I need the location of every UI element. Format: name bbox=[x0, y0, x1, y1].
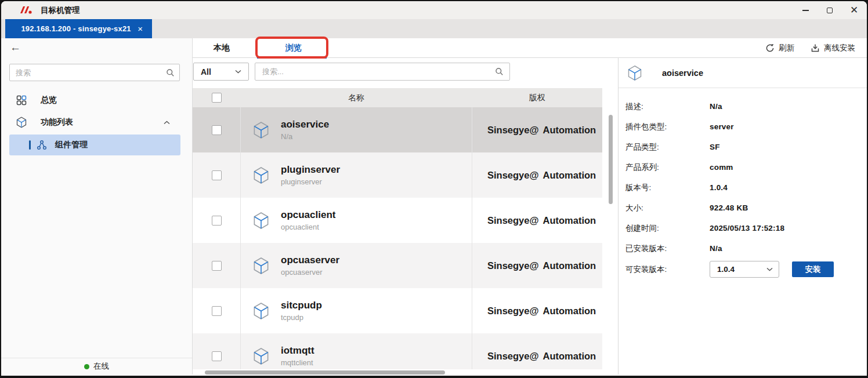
field-value: SF bbox=[710, 143, 720, 151]
field-value: server bbox=[710, 122, 734, 131]
sidebar-item-label: 功能列表 bbox=[41, 117, 73, 128]
package-name: sitcpudp bbox=[281, 300, 322, 311]
function-list-cube-icon bbox=[16, 117, 27, 128]
package-icon bbox=[253, 347, 269, 365]
package-icon bbox=[253, 302, 269, 320]
row-checkbox[interactable] bbox=[212, 216, 222, 226]
refresh-label: 刷新 bbox=[779, 43, 794, 53]
sidebar-item-component-management[interactable]: 组件管理 bbox=[9, 135, 180, 155]
installable-version-label: 可安装版本: bbox=[625, 264, 710, 275]
field-label: 描述: bbox=[625, 101, 710, 112]
package-icon bbox=[253, 121, 269, 139]
close-button[interactable]: ✕ bbox=[849, 6, 859, 15]
row-checkbox[interactable] bbox=[212, 351, 222, 361]
install-row: 可安装版本: 1.0.4 安装 bbox=[619, 261, 867, 278]
field-label: 产品类型: bbox=[625, 142, 710, 152]
details-fields: 描述: N/a 插件包类型: server 产品类型: SF 产品系列: com… bbox=[619, 88, 867, 259]
table-row[interactable]: pluginserver pluginserver Sinsegye@ Auto… bbox=[193, 152, 602, 198]
sidebar-item-overview[interactable]: 总览 bbox=[1, 89, 192, 111]
package-subtitle: N/a bbox=[281, 132, 329, 141]
field-value: comm bbox=[710, 163, 733, 172]
minimize-button[interactable] bbox=[801, 6, 810, 15]
filter-dropdown[interactable]: All bbox=[193, 63, 249, 81]
details-field: 描述: N/a bbox=[625, 96, 867, 117]
table-row[interactable]: sitcpudp tcpudp Sinsegye@ Automation bbox=[193, 288, 602, 333]
details-field: 创建时间: 2025/05/13 17:52:18 bbox=[625, 218, 867, 238]
install-button[interactable]: 安装 bbox=[792, 261, 834, 277]
download-icon bbox=[811, 43, 820, 53]
package-icon bbox=[253, 257, 269, 275]
sidebar-item-function-list[interactable]: 功能列表 bbox=[1, 111, 192, 133]
package-name: aoiservice bbox=[281, 119, 329, 130]
main-tab-bar: 本地 浏览 刷新 bbox=[193, 38, 867, 58]
version-selected-value: 1.0.4 bbox=[717, 265, 735, 274]
details-field: 版本号: 1.0.4 bbox=[625, 177, 867, 198]
table-body: aoiservice N/a Sinsegye@ Automation plug… bbox=[193, 107, 602, 369]
details-field: 已安装版本: N/a bbox=[625, 238, 867, 259]
vertical-scrollbar[interactable] bbox=[609, 115, 613, 204]
field-label: 大小: bbox=[625, 203, 710, 213]
package-subtitle: opcuaclient bbox=[281, 223, 335, 231]
back-arrow-icon[interactable]: ← bbox=[10, 41, 21, 54]
table-row[interactable]: aoiservice N/a Sinsegye@ Automation bbox=[193, 107, 602, 152]
tab-local[interactable]: 本地 bbox=[193, 38, 251, 57]
package-copyright: Sinsegye@ Automation bbox=[472, 306, 602, 317]
package-subtitle: opcuaserver bbox=[281, 268, 339, 277]
table-row[interactable]: opcuaclient opcuaclient Sinsegye@ Automa… bbox=[193, 198, 602, 243]
select-all-checkbox[interactable] bbox=[212, 93, 222, 103]
details-field: 大小: 922.48 KB bbox=[625, 198, 867, 218]
details-pane: aoiservice 描述: N/a 插件包类型: server 产品类型: S… bbox=[619, 58, 867, 375]
connection-tab[interactable]: 192.168.1.200 - sinsegye-sx21 × bbox=[5, 19, 152, 38]
version-dropdown[interactable]: 1.0.4 bbox=[710, 261, 779, 278]
field-value: 2025/05/13 17:52:18 bbox=[710, 224, 784, 232]
search-icon bbox=[166, 68, 175, 77]
tab-label: 本地 bbox=[214, 43, 230, 53]
sidebar-search-input[interactable] bbox=[16, 68, 166, 77]
horizontal-scrollbar[interactable] bbox=[205, 370, 445, 375]
row-checkbox[interactable] bbox=[212, 261, 222, 271]
column-header-name: 名称 bbox=[240, 93, 472, 103]
overview-grid-icon bbox=[16, 95, 27, 106]
offline-install-label: 离线安装 bbox=[824, 43, 855, 53]
table-search[interactable] bbox=[255, 63, 510, 81]
package-subtitle: pluginserver bbox=[281, 177, 340, 186]
table-row[interactable]: opcuaserver opcuaserver Sinsegye@ Automa… bbox=[193, 243, 602, 288]
field-label: 创建时间: bbox=[625, 223, 710, 234]
search-icon bbox=[495, 67, 504, 76]
refresh-button[interactable]: 刷新 bbox=[765, 43, 794, 53]
sidebar-search[interactable] bbox=[9, 64, 180, 81]
package-icon bbox=[253, 212, 269, 230]
app-logo-icon bbox=[19, 6, 32, 14]
row-checkbox[interactable] bbox=[212, 125, 222, 135]
window-title: 目标机管理 bbox=[41, 5, 80, 16]
connection-tab-strip: 192.168.1.200 - sinsegye-sx21 × bbox=[1, 19, 867, 38]
row-checkbox[interactable] bbox=[212, 306, 222, 316]
field-label: 插件包类型: bbox=[625, 122, 710, 132]
details-header: aoiservice bbox=[619, 58, 867, 88]
table-row[interactable]: iotmqtt mqttclient Sinsegye@ Automation bbox=[193, 333, 602, 369]
connection-tab-label: 192.168.1.200 - sinsegye-sx21 bbox=[20, 24, 132, 33]
tab-browse[interactable]: 浏览 bbox=[251, 38, 337, 57]
package-name: opcuaclient bbox=[281, 209, 335, 221]
table-search-input[interactable] bbox=[262, 67, 495, 76]
field-label: 已安装版本: bbox=[625, 243, 710, 254]
refresh-icon bbox=[765, 43, 775, 53]
row-checkbox[interactable] bbox=[212, 170, 222, 180]
tab-close-icon[interactable]: × bbox=[138, 25, 143, 33]
column-header-copyright: 版权 bbox=[472, 93, 602, 103]
sidebar-item-label: 组件管理 bbox=[55, 140, 88, 150]
package-subtitle: mqttclient bbox=[281, 358, 314, 367]
field-value: N/a bbox=[710, 244, 722, 253]
package-subtitle: tcpudp bbox=[281, 313, 322, 322]
main-area: 本地 浏览 刷新 bbox=[193, 38, 867, 375]
package-copyright: Sinsegye@ Automation bbox=[472, 351, 602, 362]
maximize-button[interactable] bbox=[825, 6, 834, 15]
tab-label: 浏览 bbox=[285, 43, 302, 53]
connection-status: 在线 bbox=[1, 358, 192, 375]
package-icon bbox=[253, 166, 269, 184]
details-field: 产品类型: SF bbox=[625, 137, 867, 157]
chevron-up-icon[interactable] bbox=[164, 121, 170, 125]
title-bar: 目标机管理 ✕ bbox=[1, 1, 867, 19]
component-nodes-icon bbox=[37, 140, 47, 150]
offline-install-button[interactable]: 离线安装 bbox=[811, 43, 855, 53]
